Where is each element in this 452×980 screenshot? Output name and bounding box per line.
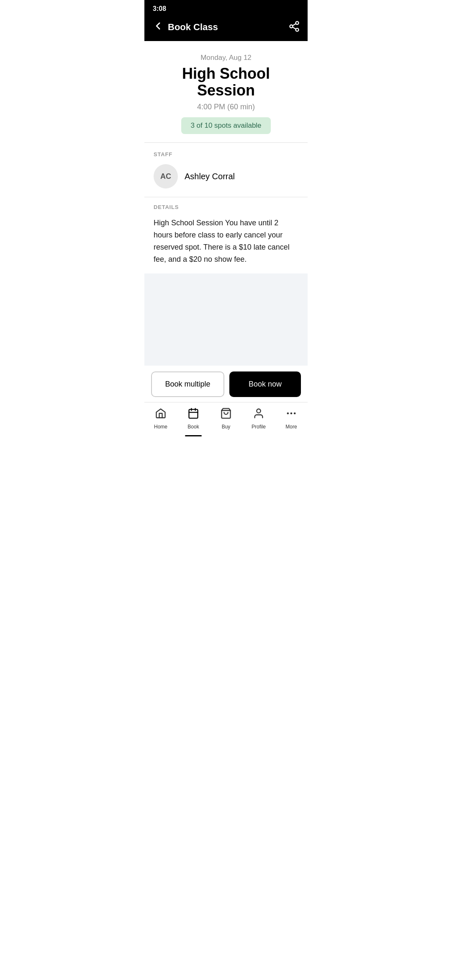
nav-item-more[interactable]: More [275,406,308,431]
action-buttons: Book multiple Book now [144,366,308,402]
staff-initials: AC [160,172,171,181]
book-icon [187,407,199,422]
details-section: DETAILS High School Session You have unt… [144,197,308,273]
nav-item-home[interactable]: Home [144,406,177,431]
empty-area [144,273,308,366]
nav-item-profile[interactable]: Profile [242,406,275,431]
details-label: DETAILS [154,204,298,210]
page-title: Book Class [168,22,218,33]
details-text: High School Session You have until 2 hou… [154,217,298,265]
nav-header: Book Class [144,16,308,41]
svg-point-13 [294,413,296,415]
svg-point-12 [290,413,293,415]
bottom-nav: Home Book [144,402,308,436]
home-icon [155,407,167,422]
profile-icon [253,407,265,422]
staff-section: STAFF AC Ashley Corral [144,143,308,197]
book-multiple-button[interactable]: Book multiple [151,371,224,397]
nav-label-more: More [285,424,297,430]
more-icon [285,407,297,422]
active-tab-indicator [185,435,202,436]
nav-label-profile: Profile [252,424,266,430]
staff-avatar: AC [154,164,178,188]
buy-icon [220,407,232,422]
spots-badge: 3 of 10 spots available [181,117,270,134]
share-button[interactable] [288,21,300,34]
class-time: 4:00 PM (60 min) [153,103,299,111]
svg-point-10 [257,409,260,413]
nav-left: Book Class [152,20,218,34]
svg-rect-5 [189,410,198,418]
nav-label-buy: Buy [222,424,231,430]
svg-line-3 [293,27,296,29]
svg-line-4 [293,23,296,26]
main-content: Monday, Aug 12 High School Session 4:00 … [144,41,308,436]
staff-name: Ashley Corral [185,172,235,181]
nav-item-book[interactable]: Book [177,406,210,431]
class-title: High School Session [153,65,299,98]
nav-label-book: Book [187,424,199,430]
status-time: 3:08 [153,5,166,12]
back-button[interactable] [152,20,164,34]
nav-item-buy[interactable]: Buy [210,406,242,431]
staff-label: STAFF [154,151,298,157]
staff-row: AC Ashley Corral [154,164,298,188]
class-date: Monday, Aug 12 [153,54,299,62]
status-bar: 3:08 [144,0,308,16]
nav-label-home: Home [154,424,167,430]
book-now-button[interactable]: Book now [229,371,301,397]
svg-point-11 [287,413,289,415]
class-header: Monday, Aug 12 High School Session 4:00 … [144,41,308,142]
